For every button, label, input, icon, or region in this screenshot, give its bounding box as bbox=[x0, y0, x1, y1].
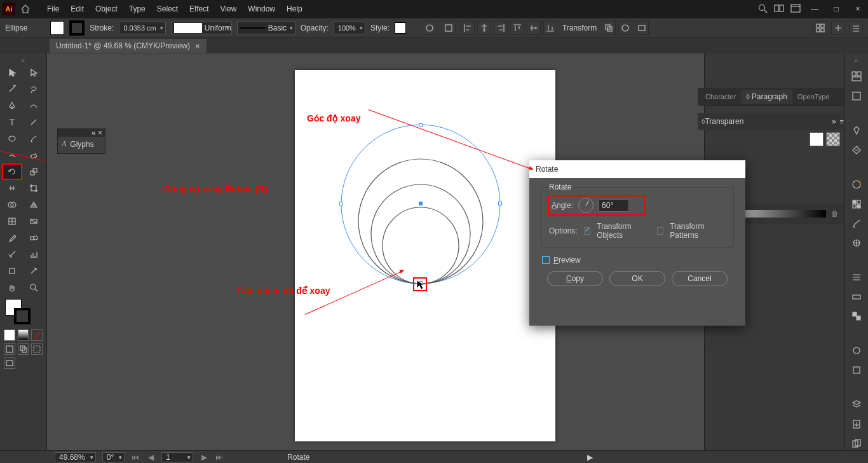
color-panel-icon[interactable] bbox=[850, 177, 864, 191]
angle-dial[interactable] bbox=[578, 198, 593, 213]
swatches-panel-icon[interactable] bbox=[850, 197, 864, 211]
align-hcenter-icon[interactable] bbox=[477, 21, 491, 35]
transparency-panel-icon[interactable] bbox=[850, 310, 864, 323]
graphic-styles-panel-icon[interactable] bbox=[850, 364, 864, 377]
width-tool[interactable] bbox=[3, 181, 22, 196]
sel-handle-e[interactable] bbox=[498, 202, 502, 205]
menu-view[interactable]: View bbox=[215, 2, 242, 16]
rotate-tool[interactable] bbox=[3, 164, 22, 179]
ellipse-tool[interactable] bbox=[3, 131, 22, 146]
asset-export-panel-icon[interactable] bbox=[850, 418, 864, 431]
thumb-2[interactable] bbox=[826, 132, 840, 146]
artboards-panel-icon[interactable] bbox=[850, 437, 864, 450]
draw-inside-icon[interactable] bbox=[31, 343, 43, 355]
trash-icon[interactable]: 🗑 bbox=[831, 209, 839, 218]
stroke-swatch[interactable] bbox=[69, 20, 85, 36]
align-bottom-icon[interactable] bbox=[543, 21, 557, 35]
transform-label[interactable]: Transform bbox=[562, 24, 597, 32]
scale-tool[interactable] bbox=[24, 164, 43, 179]
close-tab-icon[interactable]: × bbox=[195, 41, 200, 51]
cancel-button[interactable]: Cancel bbox=[672, 271, 728, 286]
document-tab[interactable]: Untitled-1* @ 49.68 % (CMYK/Preview) × bbox=[50, 39, 207, 53]
menu-select[interactable]: Select bbox=[152, 2, 183, 16]
align-vcenter-icon[interactable] bbox=[527, 21, 541, 35]
none-mode-icon[interactable] bbox=[31, 329, 43, 341]
sel-handle-n[interactable] bbox=[419, 123, 423, 127]
sel-handle-c[interactable] bbox=[419, 202, 423, 205]
snap-icon[interactable] bbox=[831, 21, 845, 35]
properties-panel-icon[interactable] bbox=[850, 70, 864, 83]
slice-tool[interactable] bbox=[24, 263, 43, 279]
selection-tool[interactable] bbox=[3, 65, 22, 80]
direct-selection-tool[interactable] bbox=[24, 65, 43, 80]
align-left-icon[interactable] bbox=[461, 21, 475, 35]
blend-tool[interactable] bbox=[24, 230, 43, 245]
grid-pixel-icon[interactable] bbox=[813, 21, 827, 35]
gradient-panel-icon[interactable] bbox=[850, 290, 864, 303]
next-artboard-icon[interactable]: ▶ bbox=[200, 453, 208, 462]
magic-wand-tool[interactable] bbox=[3, 81, 22, 97]
appearance-panel-icon[interactable] bbox=[850, 344, 864, 357]
shape-mode-icon-2[interactable] bbox=[618, 21, 632, 35]
menu-object[interactable]: Object bbox=[90, 2, 123, 16]
stroke-panel-icon[interactable] bbox=[850, 271, 864, 284]
stroke-profile[interactable]: Uniform bbox=[171, 22, 232, 34]
copy-button[interactable]: Copy bbox=[547, 271, 603, 286]
line-tool[interactable] bbox=[24, 114, 43, 130]
menu-window[interactable]: Window bbox=[243, 2, 280, 16]
menu-effect[interactable]: Effect bbox=[184, 2, 214, 16]
align-to-icon[interactable] bbox=[442, 21, 456, 35]
graph-tool[interactable] bbox=[24, 247, 43, 262]
draw-normal-icon[interactable] bbox=[4, 343, 15, 355]
brush-definition[interactable]: Basic bbox=[237, 22, 295, 34]
artboard-number[interactable]: 1 bbox=[161, 452, 193, 462]
home-icon[interactable] bbox=[19, 3, 32, 15]
arrange-icon[interactable] bbox=[774, 4, 784, 15]
sel-handle-w[interactable] bbox=[339, 202, 343, 205]
panel-icon-2[interactable] bbox=[850, 143, 864, 156]
draw-behind-icon[interactable] bbox=[18, 343, 29, 355]
layers-panel-icon[interactable] bbox=[850, 398, 864, 411]
align-top-icon[interactable] bbox=[510, 21, 524, 35]
preview-checkbox[interactable] bbox=[542, 256, 550, 264]
eraser-tool[interactable] bbox=[24, 148, 43, 163]
align-right-icon[interactable] bbox=[494, 21, 508, 35]
menu-help[interactable]: Help bbox=[281, 2, 308, 16]
perspective-tool[interactable] bbox=[24, 197, 43, 212]
menu-type[interactable]: Type bbox=[124, 2, 151, 16]
minimize-button[interactable]: — bbox=[807, 3, 822, 15]
first-artboard-icon[interactable]: ⏮ bbox=[131, 453, 140, 462]
maximize-button[interactable]: □ bbox=[829, 3, 844, 15]
libraries-panel-icon[interactable] bbox=[850, 90, 864, 103]
gradient-tool[interactable] bbox=[24, 214, 43, 229]
isolate-icon[interactable] bbox=[635, 21, 649, 35]
workspace-icon[interactable] bbox=[790, 4, 801, 15]
style-swatch[interactable] bbox=[395, 22, 406, 34]
status-scroll-arrow[interactable]: ▶ bbox=[587, 453, 593, 462]
menu-edit[interactable]: Edit bbox=[65, 2, 89, 16]
shape-builder-tool[interactable] bbox=[3, 197, 22, 212]
free-transform-tool[interactable] bbox=[24, 181, 43, 196]
brushes-panel-icon[interactable] bbox=[850, 217, 864, 230]
eyedropper-tool[interactable] bbox=[3, 230, 22, 245]
menu-file[interactable]: File bbox=[42, 2, 64, 16]
shape-mode-icon-1[interactable] bbox=[602, 21, 616, 35]
color-mode-icon[interactable] bbox=[4, 329, 15, 341]
symbols-panel-icon[interactable] bbox=[850, 237, 864, 250]
search-icon[interactable] bbox=[757, 3, 768, 15]
zoom-tool[interactable] bbox=[24, 280, 43, 295]
ok-button[interactable]: OK bbox=[609, 271, 665, 286]
fill-swatch[interactable] bbox=[50, 21, 64, 35]
prefs-icon[interactable] bbox=[849, 21, 863, 35]
panel-icon-1[interactable] bbox=[850, 124, 864, 137]
hand-tool[interactable] bbox=[3, 280, 22, 295]
brush-tool[interactable] bbox=[24, 131, 43, 146]
rotate-view[interactable]: 0° bbox=[102, 452, 125, 462]
angle-input[interactable]: 60° bbox=[599, 199, 629, 212]
type-tool[interactable] bbox=[3, 114, 22, 130]
gradient-mode-icon[interactable] bbox=[18, 329, 29, 341]
mesh-tool[interactable] bbox=[3, 214, 22, 229]
last-artboard-icon[interactable]: ⏭ bbox=[215, 453, 224, 462]
artboard-tool[interactable] bbox=[3, 263, 22, 279]
stroke-weight[interactable]: 0.0353 cm bbox=[119, 22, 165, 34]
